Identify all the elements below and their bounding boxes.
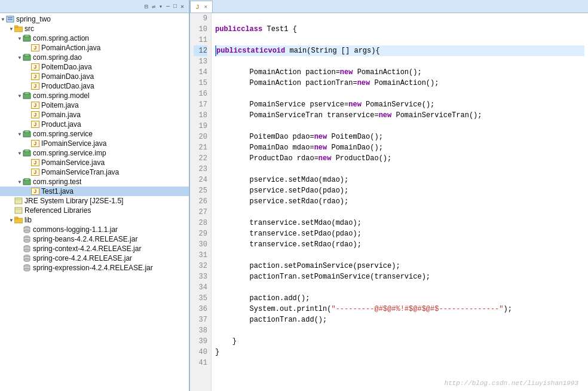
tree-item-spring_two[interactable]: ▼ spring_two [0, 14, 189, 24]
code-line-9[interactable] [215, 13, 584, 24]
tree-item-commons-logging[interactable]: ▶ commons-logging-1.1.1.jar [0, 225, 189, 234]
tree-item-com.spring.action[interactable]: ▼ com.spring.action [0, 33, 189, 43]
code-line-16[interactable] [215, 88, 584, 99]
code-line-40[interactable]: } [215, 347, 584, 358]
tree-item-PomainAction.java[interactable]: ▶JPomainAction.java [0, 43, 189, 53]
code-line-38[interactable] [215, 325, 584, 336]
code-line-30[interactable]: transervice.setRdao(rdao); [215, 239, 584, 250]
tab-close-icon[interactable]: ✕ [204, 4, 207, 10]
code-line-14[interactable]: PomainAction paction=new PomainAction(); [215, 67, 584, 78]
tree-item-com.spring.model[interactable]: ▼ com.spring.model [0, 91, 189, 100]
code-line-39[interactable]: } [215, 336, 584, 347]
tree-item-com.spring.test[interactable]: ▼ com.spring.test [0, 177, 189, 187]
tree-item-label: PomainService.java [41, 158, 105, 167]
code-line-13[interactable] [215, 56, 584, 67]
close-icon[interactable]: ✕ [179, 3, 185, 10]
code-line-29[interactable]: transervice.setPdao(pdao); [215, 228, 584, 239]
line-number-31: 31 [194, 250, 207, 261]
code-line-41[interactable] [215, 358, 584, 368]
code-line-32[interactable]: paction.setPomainService(pservice); [215, 261, 584, 271]
editor-tab-test1[interactable]: J ✕ [190, 1, 213, 13]
link-with-editor-icon[interactable]: ⇌ [151, 3, 157, 10]
code-line-17[interactable]: PomainService pservice=new PomainService… [215, 99, 584, 110]
expand-arrow[interactable]: ▼ [8, 218, 14, 223]
line-number-22: 22 [194, 153, 207, 164]
code-line-31[interactable] [215, 250, 584, 261]
code-line-15[interactable]: PomainAction pactionTran=new PomainActio… [215, 78, 584, 88]
tree-item-com.spring.service[interactable]: ▼ com.spring.service [0, 129, 189, 139]
code-content[interactable]: public class Test1 { public static void … [212, 13, 588, 391]
tree-item-JRE[interactable]: ▶ JRE System Library [J2SE-1.5] [0, 196, 189, 206]
line-number-11: 11 [194, 35, 207, 45]
tree-item-Poitem.java[interactable]: ▶JPoitem.java [0, 100, 189, 110]
tree-item-label: spring-core-4.2.4.RELEASE.jar [33, 254, 132, 262]
line-number-39: 39 [194, 336, 207, 347]
code-line-12[interactable]: public static void main(String [] args){ [215, 45, 584, 56]
tree-item-IPomainService.java[interactable]: ▶JIPomainService.java [0, 139, 189, 148]
line-number-32: 32 [194, 261, 207, 271]
expand-arrow[interactable]: ▼ [17, 151, 23, 156]
expand-arrow[interactable]: ▼ [17, 55, 23, 60]
tree-item-Product.java[interactable]: ▶JProduct.java [0, 120, 189, 129]
tree-item-com.spring.dao[interactable]: ▼ com.spring.dao [0, 53, 189, 62]
code-line-37[interactable]: pactionTran.add(); [215, 314, 584, 325]
code-line-25[interactable]: pservice.setPdao(pdao); [215, 185, 584, 196]
tree-item-label: spring-context-4.2.4.RELEASE.jar [33, 245, 141, 253]
maximize-icon[interactable]: □ [172, 3, 178, 10]
code-line-18[interactable]: PomainServiceTran transervice=new Pomain… [215, 110, 584, 121]
code-line-19[interactable] [215, 121, 584, 132]
svg-point-25 [24, 230, 30, 233]
tree-item-ProductDao.java[interactable]: ▶JProductDao.java [0, 81, 189, 91]
tree-item-PomainService.java[interactable]: ▶JPomainService.java [0, 158, 189, 167]
collapse-all-icon[interactable]: ⊟ [143, 3, 149, 10]
jar-icon [23, 245, 31, 252]
code-line-10[interactable]: public class Test1 { [215, 24, 584, 35]
code-line-36[interactable]: System.out.println("---------@#$@#%!#$@#… [215, 304, 584, 314]
code-line-23[interactable] [215, 164, 584, 175]
tree-item-spring-beans[interactable]: ▶ spring-beans-4.2.4.RELEASE.jar [0, 234, 189, 244]
code-line-20[interactable]: PoitemDao pdao=new PoitemDao(); [215, 132, 584, 142]
minimize-icon[interactable]: — [165, 3, 171, 10]
svg-rect-19 [15, 207, 22, 213]
svg-rect-1 [8, 17, 13, 19]
expand-arrow[interactable]: ▼ [0, 17, 6, 22]
package-icon [23, 54, 31, 61]
line-number-19: 19 [194, 121, 207, 132]
tree-item-lib[interactable]: ▼ lib [0, 215, 189, 225]
expand-arrow[interactable]: ▼ [17, 36, 23, 41]
line-number-41: 41 [194, 358, 207, 368]
line-number-16: 16 [194, 88, 207, 99]
code-line-27[interactable] [215, 207, 584, 218]
tree-item-Pomain.java[interactable]: ▶JPomain.java [0, 110, 189, 120]
tree-item-RefLibs[interactable]: ▶ Referenced Libraries [0, 206, 189, 215]
code-line-34[interactable] [215, 282, 584, 293]
code-line-11[interactable] [215, 35, 584, 45]
tree-item-label: JRE System Library [J2SE-1.5] [24, 197, 123, 205]
expand-arrow[interactable]: ▼ [17, 132, 23, 137]
expand-arrow[interactable]: ▼ [8, 26, 14, 32]
tree-item-com.spring.service.imp[interactable]: ▼ com.spring.service.imp [0, 148, 189, 158]
tree-item-Test1.java[interactable]: ▶JTest1.java [0, 187, 189, 196]
line-number-21: 21 [194, 142, 207, 153]
code-line-26[interactable]: pservice.setRdao(rdao); [215, 196, 584, 207]
tree-item-PoitemDao.java[interactable]: ▶JPoitemDao.java [0, 62, 189, 72]
expand-arrow[interactable]: ▼ [17, 179, 23, 185]
tree-item-spring-context[interactable]: ▶ spring-context-4.2.4.RELEASE.jar [0, 244, 189, 253]
code-line-33[interactable]: pactionTran.setPomainService(transervice… [215, 271, 584, 282]
svg-rect-4 [14, 26, 18, 28]
expand-arrow[interactable]: ▼ [17, 93, 23, 99]
code-line-35[interactable]: paction.add(); [215, 293, 584, 304]
code-editor-area[interactable]: 9101112131415161718192021222324252627282… [190, 13, 588, 391]
code-line-22[interactable]: ProductDao rdao=new ProductDao(); [215, 153, 584, 164]
tree-item-spring-expression[interactable]: ▶ spring-expression-4.2.4.RELEASE.jar [0, 263, 189, 273]
tree-item-PomainDao.java[interactable]: ▶JPomainDao.java [0, 72, 189, 81]
tree-item-spring-core[interactable]: ▶ spring-core-4.2.4.RELEASE.jar [0, 253, 189, 263]
code-line-24[interactable]: pservice.setMdao(mdao); [215, 175, 584, 185]
tree-item-src[interactable]: ▼ src [0, 24, 189, 33]
line-number-24: 24 [194, 175, 207, 185]
tree-item-PomainServiceTran.java[interactable]: ▶JPomainServiceTran.java [0, 167, 189, 177]
code-line-28[interactable]: transervice.setMdao(mdao); [215, 218, 584, 228]
view-menu-icon[interactable]: ▾ [158, 3, 164, 10]
code-line-21[interactable]: PomainDao mdao=new PomainDao(); [215, 142, 584, 153]
tree-item-label: src [24, 25, 34, 33]
